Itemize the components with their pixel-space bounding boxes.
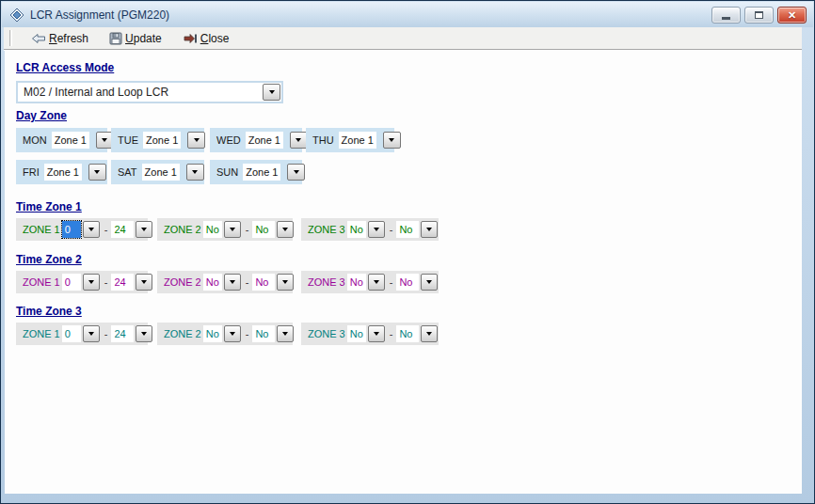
zone-label: ZONE 3 — [308, 328, 345, 339]
day-panel-tue: TUE Zone 1 — [111, 128, 204, 152]
chevron-down-icon — [389, 138, 394, 142]
lcr-access-mode-combobox[interactable]: M02 / Internal and Loop LCR — [16, 81, 283, 103]
tz3-zone3-to-dropdown[interactable] — [421, 325, 438, 342]
day-zone-combobox-sun[interactable]: Zone 1 — [243, 164, 280, 181]
tz3-zone2-from-dropdown[interactable] — [224, 325, 241, 342]
chevron-down-icon — [192, 170, 198, 174]
tz1-zone3-to-combobox[interactable]: No — [396, 221, 419, 238]
range-dash: - — [246, 276, 249, 288]
tz1-zone3-panel: ZONE 3 No - No — [301, 218, 439, 241]
time-zone-3-heading: Time Zone 3 — [16, 305, 82, 318]
day-zone-combobox-sat[interactable]: Zone 1 — [142, 164, 180, 181]
day-label: TUE — [118, 134, 138, 146]
close-window-button[interactable]: ✕ — [777, 7, 807, 24]
day-label: WED — [216, 134, 241, 146]
chevron-down-icon — [374, 280, 379, 284]
zone-label: ZONE 2 — [164, 328, 201, 339]
lcr-access-mode-dropdown-button[interactable] — [263, 84, 280, 101]
lcr-assignment-window: LCR Assignment (PGM220) ✕ Refresh Update — [0, 0, 815, 504]
day-zone-dropdown-thu[interactable] — [383, 132, 401, 149]
zone-label: ZONE 2 — [164, 276, 201, 288]
minimize-button[interactable] — [711, 7, 741, 24]
zone-label: ZONE 3 — [308, 224, 345, 235]
day-panel-sun: SUN Zone 1 — [210, 160, 302, 184]
day-zone-dropdown-tue[interactable] — [187, 132, 205, 149]
close-button[interactable]: Close — [179, 30, 233, 47]
tz2-zone2-from-dropdown[interactable] — [224, 274, 241, 291]
tz1-zone3-to-dropdown[interactable] — [421, 221, 438, 238]
tz2-zone1-to-combobox[interactable]: 24 — [111, 274, 134, 291]
tz3-zone3-panel: ZONE 3 No - No — [301, 323, 439, 345]
tz1-zone1-to-dropdown[interactable] — [136, 221, 152, 238]
day-zone-dropdown-fri[interactable] — [88, 164, 106, 181]
day-zone-combobox-wed[interactable]: Zone 1 — [246, 132, 283, 149]
chevron-down-icon — [426, 332, 432, 336]
update-label: Update — [125, 32, 162, 45]
tz3-zone1-from-dropdown[interactable] — [83, 325, 100, 342]
tz1-zone3-from-combobox[interactable]: No — [347, 221, 366, 238]
day-zone-dropdown-sun[interactable] — [287, 164, 305, 181]
tz2-zone2-to-combobox[interactable]: No — [252, 274, 275, 291]
tz3-zone3-to-combobox[interactable]: No — [396, 325, 419, 342]
zone-label: ZONE 1 — [23, 276, 60, 288]
chevron-down-icon — [426, 280, 432, 284]
tz2-zone2-to-dropdown[interactable] — [277, 274, 294, 291]
tz2-zone3-panel: ZONE 3 No - No — [301, 271, 439, 293]
zone-label: ZONE 1 — [23, 224, 60, 235]
day-label: THU — [312, 134, 334, 146]
tz3-zone3-from-combobox[interactable]: No — [347, 325, 366, 342]
tz1-zone2-to-dropdown[interactable] — [277, 221, 294, 238]
chevron-down-icon — [230, 280, 235, 284]
chevron-down-icon — [296, 138, 301, 142]
day-zone-dropdown-wed[interactable] — [290, 132, 308, 149]
tz1-zone2-from-dropdown[interactable] — [224, 221, 241, 238]
tz2-zone1-to-dropdown[interactable] — [136, 274, 152, 291]
tz2-zone3-from-combobox[interactable]: No — [347, 274, 366, 291]
lcr-access-mode-heading: LCR Access Mode — [16, 61, 114, 74]
chevron-down-icon — [102, 138, 107, 142]
tz3-zone2-from-combobox[interactable]: No — [203, 325, 222, 342]
range-dash: - — [104, 276, 108, 288]
tz2-zone3-to-dropdown[interactable] — [421, 274, 438, 291]
tz1-zone3-from-dropdown[interactable] — [368, 221, 385, 238]
tz2-zone3-from-dropdown[interactable] — [368, 274, 385, 291]
tz1-zone2-from-combobox[interactable]: No — [203, 221, 222, 238]
day-panel-wed: WED Zone 1 — [210, 128, 302, 152]
tz3-zone1-to-dropdown[interactable] — [136, 325, 152, 342]
day-zone-combobox-tue[interactable]: Zone 1 — [143, 132, 181, 149]
tz3-zone1-to-combobox[interactable]: 24 — [111, 325, 134, 342]
update-button[interactable]: Update — [105, 30, 166, 47]
day-label: SUN — [216, 166, 238, 178]
tz3-zone2-to-dropdown[interactable] — [277, 325, 294, 342]
chevron-down-icon — [141, 280, 147, 284]
tz1-zone1-from-combobox[interactable]: 0 — [62, 221, 81, 238]
tz2-zone1-panel: ZONE 1 0 - 24 — [16, 271, 148, 293]
tz3-zone3-from-dropdown[interactable] — [368, 325, 385, 342]
day-zone-dropdown-sat[interactable] — [186, 164, 204, 181]
tz1-zone2-to-combobox[interactable]: No — [252, 221, 275, 238]
refresh-button[interactable]: Refresh — [27, 30, 92, 47]
tz2-zone1-from-dropdown[interactable] — [83, 274, 100, 291]
restore-button[interactable] — [744, 7, 774, 24]
day-zone-combobox-fri[interactable]: Zone 1 — [44, 164, 82, 181]
tz1-zone1-to-combobox[interactable]: 24 — [111, 221, 134, 238]
zone-label: ZONE 1 — [23, 328, 60, 339]
close-icon: ✕ — [788, 10, 796, 21]
tz2-zone1-from-combobox[interactable]: 0 — [62, 274, 81, 291]
day-zone-combobox-thu[interactable]: Zone 1 — [339, 132, 376, 149]
tz2-zone3-to-combobox[interactable]: No — [396, 274, 419, 291]
range-dash: - — [390, 224, 393, 235]
tz3-zone1-from-combobox[interactable]: 0 — [62, 325, 81, 342]
tz2-zone2-panel: ZONE 2 No - No — [157, 271, 293, 293]
chevron-down-icon — [230, 228, 235, 231]
zone-label: ZONE 2 — [164, 224, 201, 235]
day-zone-combobox-mon[interactable]: Zone 1 — [52, 132, 89, 149]
chevron-down-icon — [88, 280, 94, 284]
tz1-zone1-from-dropdown[interactable] — [83, 221, 100, 238]
chevron-down-icon — [282, 280, 288, 284]
tz3-zone2-to-combobox[interactable]: No — [252, 325, 275, 342]
toolbar-grip[interactable] — [9, 30, 12, 46]
tz2-zone2-from-combobox[interactable]: No — [203, 274, 222, 291]
window-controls: ✕ — [711, 7, 807, 24]
window-title: LCR Assignment (PGM220) — [30, 8, 169, 22]
